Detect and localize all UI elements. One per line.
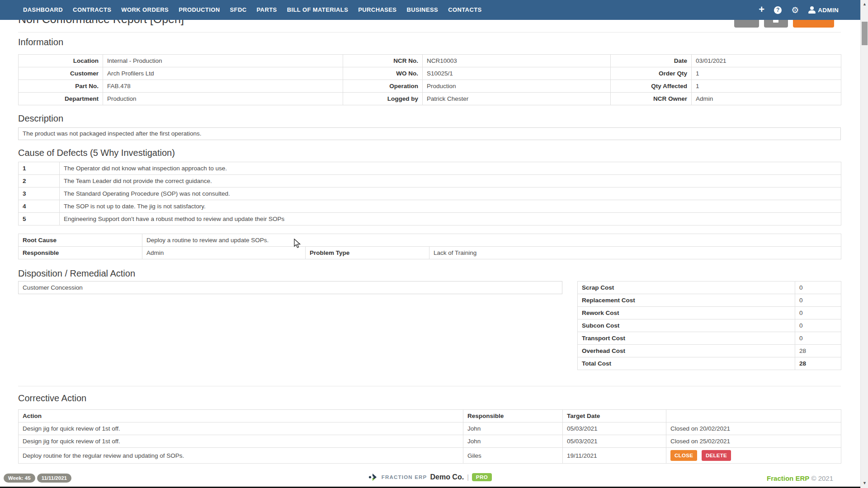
disposition-heading: Disposition / Remedial Action	[18, 268, 135, 279]
info-label: Date	[611, 55, 692, 67]
nav-item-business[interactable]: BUSINESS	[401, 0, 443, 20]
target-date-cell: 05/03/2021	[563, 422, 666, 435]
scroll-up-icon[interactable]: ▲	[861, 0, 868, 8]
cost-value: 0	[795, 319, 841, 332]
info-label: Customer	[19, 67, 103, 80]
description-heading: Description	[18, 113, 63, 124]
info-label: Logged by	[343, 93, 423, 105]
responsible-cell: John	[463, 435, 563, 448]
cost-value: 0	[795, 307, 841, 319]
info-value: S10025/1	[423, 67, 611, 80]
info-value: Production	[423, 80, 611, 93]
cost-value: 0	[795, 282, 841, 294]
root-cause-label: Root Cause	[19, 234, 142, 247]
scrollbar-thumb[interactable]	[862, 22, 868, 45]
cost-value: 0	[795, 332, 841, 345]
cost-value: 28	[795, 345, 841, 357]
copyright-year: © 2021	[811, 474, 833, 482]
info-label: Department	[19, 93, 103, 105]
pro-badge: PRO	[472, 473, 492, 481]
why-text: The Standard Operating Procedure (SOP) w…	[60, 188, 841, 200]
disposition-box: Customer Concession	[18, 281, 562, 294]
info-value: NCR10003	[423, 55, 611, 67]
table-row: 1 The Operator did not know what inspect…	[19, 162, 841, 175]
table-row: 4 The SOP is not up to date. The jig is …	[19, 200, 841, 213]
nav-item-dashboard[interactable]: DASHBOARD	[18, 0, 68, 20]
col-header-status	[666, 410, 841, 422]
table-row: Overhead Cost 28	[578, 345, 841, 357]
table-row: Location Internal - Production NCR No. N…	[19, 55, 841, 67]
responsible-label: Responsible	[19, 247, 142, 259]
root-cause-table: Root Cause Deploy a routine to review an…	[18, 234, 841, 259]
total-cost-value: 28	[795, 357, 841, 370]
action-text: Deploy routine for the regular review an…	[19, 448, 463, 464]
why-number: 3	[19, 188, 60, 200]
vertical-scrollbar[interactable]: ▲ ▼	[860, 0, 868, 488]
footer: Week: 45 11/11/2021 FRACTION ERP Demo Co…	[0, 470, 860, 487]
table-row: Subcon Cost 0	[578, 319, 841, 332]
why-text: The Operator did not know what inspectio…	[60, 162, 841, 175]
table-row: Part No. FAB.478 Operation Production Qt…	[19, 80, 841, 93]
col-header-action: Action	[19, 410, 463, 422]
nav-item-bill-of-materials[interactable]: BILL OF MATERIALS	[282, 0, 354, 20]
cost-label: Transport Cost	[578, 332, 795, 345]
action-text: Design jig for quick review of 1st off.	[19, 422, 463, 435]
responsible-cell: John	[463, 422, 563, 435]
cost-label: Rework Cost	[578, 307, 795, 319]
cost-label: Overhead Cost	[578, 345, 795, 357]
company-name[interactable]: Demo Co.	[430, 473, 464, 481]
divider	[18, 386, 841, 386]
info-value: Internal - Production	[103, 55, 343, 67]
info-label: WO No.	[343, 67, 423, 80]
table-row: Rework Cost 0	[578, 307, 841, 319]
info-value: 1	[692, 80, 841, 93]
cost-table: Scrap Cost 0 Replacement Cost 0 Rework C…	[577, 281, 841, 370]
gear-icon[interactable]: ⚙	[791, 6, 799, 14]
info-value: Patrick Chester	[423, 93, 611, 105]
info-label: NCR No.	[343, 55, 423, 67]
info-label: Operation	[343, 80, 423, 93]
close-button[interactable]: CLOSE	[670, 450, 697, 461]
table-row: Replacement Cost 0	[578, 294, 841, 307]
table-row: Transport Cost 0	[578, 332, 841, 345]
problem-type-value: Lack of Training	[429, 247, 841, 259]
nav-item-contacts[interactable]: CONTACTS	[443, 0, 486, 20]
why-number: 1	[19, 162, 60, 175]
nav-item-contracts[interactable]: CONTRACTS	[68, 0, 116, 20]
nav-item-sfdc[interactable]: SFDC	[225, 0, 252, 20]
table-row: 5 Engineering Support don't have a robus…	[19, 213, 841, 225]
user-icon	[808, 6, 816, 14]
action-text: Design jig for quick review of 1st off.	[19, 435, 463, 448]
why-text: The SOP is not up to date. The jig is no…	[60, 200, 841, 213]
user-menu[interactable]: ADMIN	[808, 6, 839, 14]
cost-label: Scrap Cost	[578, 282, 795, 294]
table-row: 3 The Standard Operating Procedure (SOP)…	[19, 188, 841, 200]
nav-item-production[interactable]: PRODUCTION	[174, 0, 225, 20]
nav-item-work-orders[interactable]: WORK ORDERS	[116, 0, 174, 20]
target-date-cell: 19/11/2021	[563, 448, 666, 464]
nav-item-purchases[interactable]: PURCHASES	[353, 0, 401, 20]
status-cell: CLOSE DELETE	[666, 448, 841, 464]
info-label: NCR Owner	[611, 93, 692, 105]
nav-item-parts[interactable]: PARTS	[252, 0, 282, 20]
help-icon[interactable]: ?	[774, 6, 782, 14]
delete-button[interactable]: DELETE	[702, 450, 731, 461]
responsible-cell: Giles	[463, 448, 563, 464]
fraction-logo-icon	[368, 473, 378, 481]
info-label: Location	[19, 55, 103, 67]
cause-heading: Cause of Defects (5 Why Investigation)	[18, 148, 175, 158]
copyright-brand[interactable]: Fraction ERP	[767, 474, 809, 482]
scroll-down-icon[interactable]: ▼	[861, 479, 868, 487]
cost-label: Subcon Cost	[578, 319, 795, 332]
corrective-action-table: Action Responsible Target Date Design ji…	[18, 409, 841, 464]
copyright: Fraction ERP © 2021	[767, 474, 833, 482]
corrective-heading: Corrective Action	[18, 393, 86, 404]
why-text: Engineering Support don't have a robust …	[60, 213, 841, 225]
user-label: ADMIN	[818, 7, 839, 14]
information-table: Location Internal - Production NCR No. N…	[18, 54, 841, 105]
why-number: 4	[19, 200, 60, 213]
info-label: Part No.	[19, 80, 103, 93]
table-row: Customer Arch Profilers Ltd WO No. S1002…	[19, 67, 841, 80]
divider	[18, 32, 841, 33]
add-icon[interactable]: +	[759, 5, 764, 14]
